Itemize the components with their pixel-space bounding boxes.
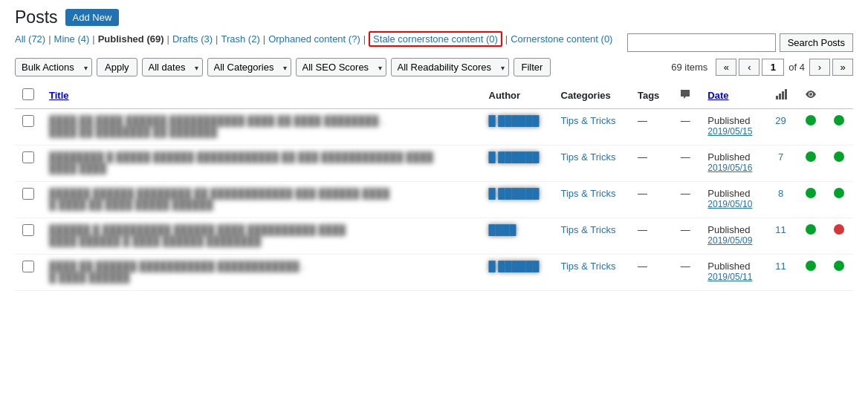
date-sort-link[interactable]: Date xyxy=(707,90,728,101)
row-category-link[interactable]: Tips & Tricks xyxy=(561,115,616,126)
categories-wrap: All Categories ▾ xyxy=(207,58,291,76)
nav-cornerstone[interactable]: Cornerstone content (0) xyxy=(511,33,612,45)
row-title-link[interactable]: ██████ █ ██████████ ██████ ████ ████████… xyxy=(49,224,474,246)
nav-cornerstone-count: (0) xyxy=(601,33,613,45)
row-checkbox[interactable] xyxy=(22,188,34,200)
readability-select[interactable]: All Readability Scores xyxy=(391,58,509,76)
row-tags-value: — xyxy=(638,188,647,199)
current-page-input[interactable] xyxy=(762,59,784,76)
row-seo-cell xyxy=(796,255,826,291)
row-title-cell: ██████ █ ██████████ ██████ ████ ████████… xyxy=(42,218,482,255)
row-seo-dot xyxy=(806,261,816,271)
row-comments-count[interactable]: 7 xyxy=(778,151,783,163)
filter-button[interactable]: Filter xyxy=(514,58,551,76)
row-title-link[interactable]: ████ ██ ████ ██████ ███████████ ████ ██ … xyxy=(49,115,474,137)
next-page-button[interactable]: › xyxy=(809,59,830,76)
row-category-link[interactable]: Tips & Tricks xyxy=(561,224,616,235)
row-date-link[interactable]: 2019/05/11 xyxy=(707,272,758,282)
row-comments-count[interactable]: 29 xyxy=(775,115,786,126)
row-seo-cell xyxy=(796,109,826,145)
table-row: ██████ ██████ ████████ ██ ████████████ █… xyxy=(15,182,853,218)
title-col-header: Title xyxy=(42,82,482,109)
row-checkbox[interactable] xyxy=(22,151,34,163)
row-category-cell: Tips & Tricks xyxy=(554,182,630,218)
row-readability-dot xyxy=(834,261,844,271)
row-author-cell: █ ██████ xyxy=(482,255,554,291)
row-tags-value: — xyxy=(638,115,647,126)
row-author-link[interactable]: █ ██████ xyxy=(489,188,546,199)
seo-scores-wrap: All SEO Scores ▾ xyxy=(296,58,386,76)
row-author-link[interactable]: █ ██████ xyxy=(489,151,546,163)
row-comments-cell: — xyxy=(670,218,700,255)
row-readability-dot xyxy=(834,151,844,162)
row-date-link[interactable]: 2019/05/16 xyxy=(707,163,758,173)
svg-rect-0 xyxy=(776,96,778,99)
row-title-sub: ████ ██ ████████ ██ ███████ xyxy=(49,126,474,137)
row-comments-cell: — xyxy=(670,109,700,145)
nav-orphaned[interactable]: Orphaned content (?) xyxy=(268,33,360,45)
nav-mine-count: (4) xyxy=(77,33,89,45)
row-date-cell: Published 2019/05/16 xyxy=(700,145,765,182)
row-checkbox[interactable] xyxy=(22,261,34,272)
row-date-link[interactable]: 2019/05/15 xyxy=(707,126,758,137)
row-checkbox[interactable] xyxy=(22,224,34,236)
row-author-cell: █ ██████ xyxy=(482,109,554,145)
apply-button[interactable]: Apply xyxy=(97,58,137,76)
row-date-link[interactable]: 2019/05/09 xyxy=(707,235,758,246)
row-date-link[interactable]: 2019/05/10 xyxy=(707,199,758,209)
row-author-cell: █ ██████ xyxy=(482,182,554,218)
row-readability-cell xyxy=(826,109,853,145)
row-comments-count-cell: 8 xyxy=(766,182,796,218)
row-author-link[interactable]: █ ██████ xyxy=(489,115,546,126)
nav-published: Published (69) xyxy=(98,33,164,45)
nav-published-count: (69) xyxy=(146,33,163,45)
row-title-link[interactable]: ██████ ██████ ████████ ██ ████████████ █… xyxy=(49,188,474,210)
search-input[interactable] xyxy=(627,33,776,52)
row-category-cell: Tips & Tricks xyxy=(554,255,630,291)
nav-orphaned-count: (?) xyxy=(349,33,360,45)
author-col-header: Author xyxy=(482,82,554,109)
title-sort-link[interactable]: Title xyxy=(49,90,69,101)
first-page-button[interactable]: « xyxy=(716,59,736,76)
row-author-link[interactable]: █ ██████ xyxy=(489,261,546,272)
nav-all[interactable]: All (72) xyxy=(15,33,45,45)
row-date-status: Published xyxy=(707,188,758,199)
row-category-link[interactable]: Tips & Tricks xyxy=(561,151,616,163)
row-category-link[interactable]: Tips & Tricks xyxy=(561,261,616,272)
row-seo-dot xyxy=(806,224,816,235)
row-tags-cell: — xyxy=(630,218,670,255)
row-title-link[interactable]: ████████ █ █████ ██████ ████████████ ██ … xyxy=(49,151,474,174)
row-tags-value: — xyxy=(638,261,647,272)
row-author-link[interactable]: ████ xyxy=(489,224,546,235)
row-title-text: ████ ██ ████ ██████ ███████████ ████ ██ … xyxy=(49,115,474,126)
add-new-button[interactable]: Add New xyxy=(65,9,120,26)
bulk-actions-select[interactable]: Bulk Actions xyxy=(15,58,92,76)
select-all-checkbox[interactable] xyxy=(22,88,34,100)
categories-select[interactable]: All Categories xyxy=(207,58,291,76)
prev-page-button[interactable]: ‹ xyxy=(739,59,760,76)
nav-mine[interactable]: Mine (4) xyxy=(54,33,90,45)
row-checkbox-cell xyxy=(15,218,42,255)
row-comments-count[interactable]: 11 xyxy=(775,261,786,272)
row-comments-count[interactable]: 11 xyxy=(775,224,786,235)
nav-stale-cornerstone[interactable]: Stale cornerstone content (0) xyxy=(369,31,502,47)
dates-select[interactable]: All dates xyxy=(142,58,203,76)
row-comments-count-cell: 11 xyxy=(766,218,796,255)
search-posts-button[interactable]: Search Posts xyxy=(780,33,853,52)
nav-drafts[interactable]: Drafts (3) xyxy=(172,33,213,45)
row-title-link[interactable]: ████ ██ ██████ ███████████ ████████████ … xyxy=(49,261,474,283)
row-title-sub: █ ████ ██ ████ █████ ██████ xyxy=(49,199,474,210)
row-category-link[interactable]: Tips & Tricks xyxy=(561,188,616,199)
row-title-text: ██████ ██████ ████████ ██ ████████████ █… xyxy=(49,188,474,199)
row-tags-value: — xyxy=(638,151,647,163)
row-author-cell: ████ xyxy=(482,218,554,255)
row-date-status: Published xyxy=(707,261,758,272)
nav-trash[interactable]: Trash (2) xyxy=(221,33,259,45)
row-checkbox-cell xyxy=(15,255,42,291)
seo-scores-select[interactable]: All SEO Scores xyxy=(296,58,386,76)
table-row: ████ ██ ████ ██████ ███████████ ████ ██ … xyxy=(15,109,853,145)
last-page-button[interactable]: » xyxy=(832,59,853,76)
row-comments-count[interactable]: 8 xyxy=(778,188,783,199)
row-tags-cell: — xyxy=(630,255,670,291)
row-checkbox[interactable] xyxy=(22,115,34,127)
